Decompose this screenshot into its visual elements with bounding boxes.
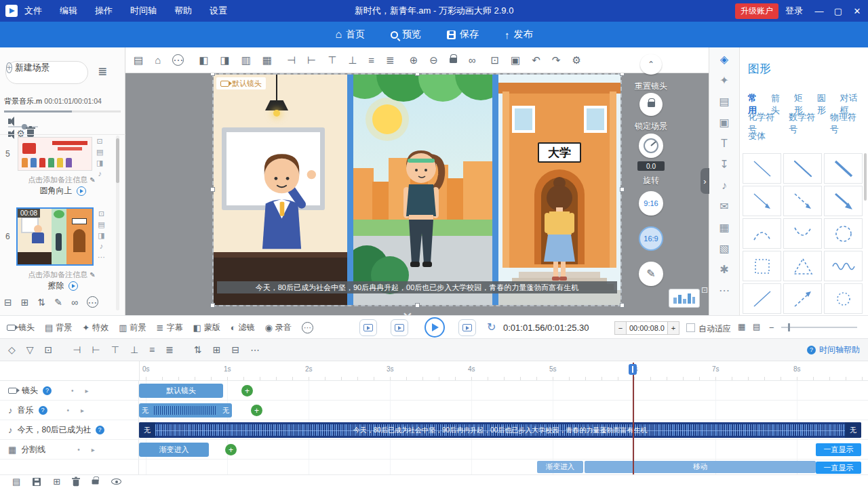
scene6-thumbnail[interactable]: 00:08: [16, 207, 94, 266]
keyframe-icon[interactable]: ◇: [8, 345, 16, 354]
shape-item[interactable]: [824, 153, 863, 184]
scene5-thumbnail[interactable]: [18, 137, 92, 171]
shape-item[interactable]: [824, 283, 863, 314]
music-clip[interactable]: 无 无: [139, 403, 232, 418]
preview-from-start-button[interactable]: [391, 319, 408, 336]
speaker-icon[interactable]: [8, 119, 14, 124]
controls-scroll-up-button[interactable]: ⌃: [640, 54, 662, 75]
camera-tool-button[interactable]: 镜头: [7, 322, 35, 333]
link-scene-icon[interactable]: ∞: [71, 296, 78, 308]
resize-handle[interactable]: [210, 73, 215, 76]
loop-icon[interactable]: ↻: [487, 322, 496, 333]
menu-edit[interactable]: 编辑: [60, 5, 77, 17]
grid-view-icon[interactable]: ▦: [738, 323, 745, 331]
align-center-icon[interactable]: ≡: [368, 55, 374, 65]
subtitle-bar[interactable]: 今天，80后已成为社会中坚，90后冉冉升起，00后也已步入大学校园，青春的力量蓬…: [217, 281, 617, 293]
layout-scene-icon[interactable]: ▤: [98, 221, 105, 228]
shape-item[interactable]: [824, 186, 863, 216]
play-button[interactable]: [425, 317, 445, 338]
message-tool-icon[interactable]: ✉: [719, 201, 728, 212]
voice-clip[interactable]: 无 今天，80后已成为社会中坚，90后冉冉升起，00后也已步入大学校园，青春的力…: [139, 422, 861, 438]
chart-tool-icon[interactable]: ▦: [719, 222, 729, 233]
trash-icon[interactable]: [27, 127, 34, 137]
publish-button[interactable]: ↑发布: [505, 28, 533, 41]
add-scene-icon[interactable]: ⊞: [21, 296, 29, 308]
bgm-progress-bar[interactable]: [4, 110, 121, 113]
insert-scene-icon[interactable]: ⊟: [4, 296, 12, 308]
storyboard-icon[interactable]: ▤: [134, 54, 143, 66]
shapes-tool-icon[interactable]: ◈: [720, 54, 728, 65]
timeline-ruler[interactable]: 0s 1s 2s 3s 4s 5s 6s 7s 8s: [0, 361, 868, 381]
scene5-note[interactable]: 点击添加备注信息 ✎: [11, 175, 113, 185]
subtitle-tool-button[interactable]: ≣字幕: [157, 322, 183, 333]
flip-scene-icon[interactable]: ◨: [96, 159, 103, 167]
distribute-vertical-icon[interactable]: ▦: [262, 55, 272, 65]
paste-icon[interactable]: ▣: [511, 55, 520, 65]
align-blocks-bottom-icon[interactable]: ⊥: [130, 345, 138, 354]
upgrade-account-button[interactable]: 升级账户: [735, 3, 778, 19]
delete-icon[interactable]: [73, 477, 79, 487]
next-frame-button[interactable]: [458, 319, 476, 336]
draw-button[interactable]: ✎: [639, 262, 663, 286]
more-edit-tools-icon[interactable]: ⋯: [302, 322, 313, 333]
text-tool-icon[interactable]: T: [721, 138, 728, 149]
playhead-line[interactable]: [633, 363, 634, 474]
close-button[interactable]: ✕: [849, 6, 865, 16]
menu-file[interactable]: 文件: [24, 5, 42, 17]
flip-horizontal-icon[interactable]: ◧: [199, 55, 208, 65]
shape-item[interactable]: [824, 251, 863, 281]
gallery-tool-icon[interactable]: ▧: [719, 243, 729, 254]
scene-panel-university[interactable]: 大学: [498, 75, 620, 305]
align-left-icon[interactable]: ⊣: [287, 55, 296, 65]
shape-item[interactable]: [783, 186, 822, 216]
minimize-button[interactable]: —: [811, 6, 827, 16]
resize-handle[interactable]: [620, 187, 625, 192]
track-expand-icon[interactable]: ▸: [81, 407, 84, 414]
swap-tracks-icon[interactable]: ⇅: [194, 345, 202, 354]
camera-clip[interactable]: 默认镜头: [139, 384, 223, 398]
media-library-icon[interactable]: ▤: [12, 477, 20, 486]
more-tools-icon[interactable]: ⋯: [719, 285, 730, 296]
flip-scene-icon[interactable]: ◨: [98, 232, 105, 239]
redo-icon[interactable]: ↷: [552, 55, 561, 65]
shape-item[interactable]: [824, 218, 863, 249]
copy-scene-icon[interactable]: ⊡: [96, 138, 103, 145]
enter-effect-clip[interactable]: 渐变进入: [139, 443, 209, 457]
save-project-icon[interactable]: [33, 478, 41, 486]
shape-item[interactable]: [743, 218, 781, 249]
align-top-icon[interactable]: ⊤: [328, 55, 336, 65]
ratio-portrait-button[interactable]: 9:16: [639, 191, 663, 216]
playhead-handle[interactable]: [629, 364, 637, 375]
background-tool-button[interactable]: ▤背景: [45, 322, 72, 333]
more-timeline-icon[interactable]: ⋯: [250, 345, 260, 354]
list-view-icon[interactable]: ▤: [753, 323, 760, 331]
select-tool-icon[interactable]: ⊡: [45, 345, 53, 354]
new-scene-button[interactable]: + 新建场景: [5, 61, 88, 84]
resize-handle[interactable]: [620, 303, 625, 308]
menu-operation[interactable]: 操作: [95, 5, 113, 17]
track-expand-icon[interactable]: ▸: [92, 446, 95, 453]
stage-canvas[interactable]: 大学: [214, 75, 620, 305]
scenes-scrollbar[interactable]: [116, 136, 119, 310]
category-variants[interactable]: 变体: [748, 130, 766, 142]
zoom-handle[interactable]: [788, 323, 790, 331]
distribute-blocks-icon[interactable]: ≡: [149, 345, 155, 354]
transition-play-button[interactable]: [68, 281, 78, 291]
divider-track-header[interactable]: ▦ 分割线 • ▸: [0, 440, 139, 459]
reset-camera-label[interactable]: 重置镜头: [629, 81, 673, 92]
login-button[interactable]: 登录: [785, 5, 803, 17]
mask-tool-button[interactable]: ◧蒙版: [193, 322, 220, 333]
magic-tool-icon[interactable]: ✱: [719, 264, 728, 275]
extra-track-header[interactable]: [0, 460, 139, 474]
menu-timeline[interactable]: 时间轴: [130, 5, 157, 17]
transition-play-button[interactable]: [77, 186, 86, 196]
more-tools-icon[interactable]: ⋯: [172, 54, 184, 66]
help-icon[interactable]: ?: [43, 386, 52, 395]
expand-minimap-icon[interactable]: ⊡: [701, 286, 708, 294]
effects-tool-icon[interactable]: ✦: [719, 75, 728, 86]
align-blocks-top-icon[interactable]: ⊤: [111, 345, 119, 354]
enter-effect-clip[interactable]: 渐变进入: [537, 461, 583, 473]
duration-input[interactable]: 00:00:08.0: [626, 321, 668, 335]
scene-panel-outdoor[interactable]: [353, 75, 492, 305]
zoom-out-icon[interactable]: ⊖: [429, 55, 438, 65]
